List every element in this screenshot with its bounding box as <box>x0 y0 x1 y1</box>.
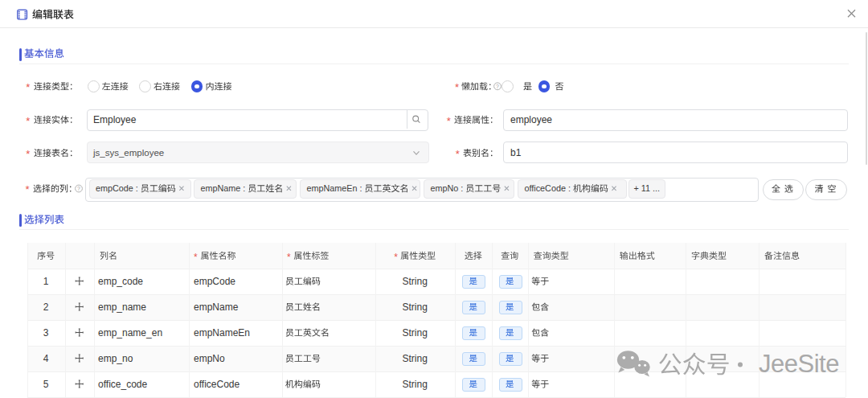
svg-text:?: ? <box>496 84 499 89</box>
svg-text:*: * <box>26 115 30 127</box>
svg-text:emp_name_en: emp_name_en <box>98 327 162 339</box>
svg-text:empCode :: empCode : <box>96 183 138 193</box>
svg-text:empName :: empName : <box>201 183 246 193</box>
svg-text:office_code: office_code <box>98 379 147 390</box>
svg-text:+ 11 ...: + 11 ... <box>634 183 661 193</box>
svg-text:*: * <box>26 183 30 195</box>
svg-text:*: * <box>194 252 198 263</box>
svg-text:b1: b1 <box>510 147 522 158</box>
svg-text:*: * <box>26 81 30 93</box>
svg-text:emp_code: emp_code <box>98 276 143 287</box>
svg-text:String: String <box>403 302 428 313</box>
svg-text:emp_no: emp_no <box>98 353 133 364</box>
svg-text:String: String <box>403 379 428 390</box>
svg-text:officeCode: officeCode <box>194 379 240 390</box>
svg-text:2: 2 <box>43 302 49 313</box>
svg-text:employee: employee <box>510 114 552 125</box>
svg-text:empCode: empCode <box>194 276 235 287</box>
svg-text:String: String <box>403 353 428 364</box>
svg-text:empNo :: empNo : <box>431 183 464 193</box>
svg-text:*: * <box>456 148 460 160</box>
svg-text:empNo: empNo <box>194 353 225 364</box>
svg-text:officeCode :: officeCode : <box>525 183 571 193</box>
svg-text:empNameEn: empNameEn <box>194 327 250 339</box>
svg-text:*: * <box>26 148 30 160</box>
svg-text:empNameEn :: empNameEn : <box>307 183 362 193</box>
svg-text:String: String <box>403 327 428 339</box>
svg-text:empName: empName <box>194 302 239 313</box>
svg-text:*: * <box>394 252 398 263</box>
svg-text:JeeSite: JeeSite <box>759 350 839 378</box>
svg-text:?: ? <box>77 186 80 191</box>
svg-text:1: 1 <box>43 276 49 287</box>
svg-text:*: * <box>455 81 459 93</box>
svg-text:js_sys_employee: js_sys_employee <box>92 148 164 158</box>
svg-text:String: String <box>403 276 428 287</box>
svg-text:5: 5 <box>43 379 49 390</box>
svg-text:emp_name: emp_name <box>98 302 146 313</box>
svg-text:3: 3 <box>43 327 49 339</box>
svg-text:4: 4 <box>43 353 49 364</box>
svg-text:Employee: Employee <box>93 114 137 125</box>
svg-text:*: * <box>287 252 291 263</box>
svg-text:*: * <box>447 115 451 127</box>
